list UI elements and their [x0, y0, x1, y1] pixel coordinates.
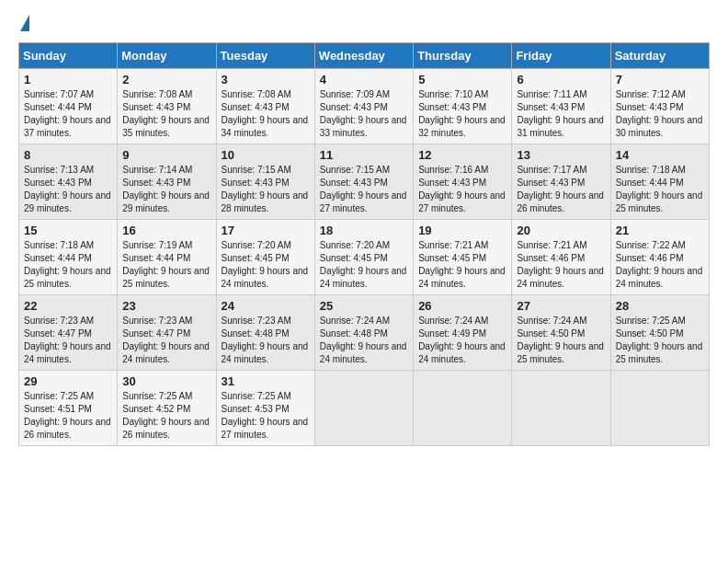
cell-sunrise: Sunrise: 7:14 AMSunset: 4:43 PMDaylight:…: [122, 165, 210, 213]
cell-sunrise: Sunrise: 7:08 AMSunset: 4:43 PMDaylight:…: [222, 89, 309, 138]
day-number: 28: [616, 299, 704, 313]
day-number: 3: [222, 73, 310, 86]
day-number: 17: [222, 224, 310, 237]
calendar-cell: 12Sunrise: 7:16 AMSunset: 4:43 PMDayligh…: [414, 144, 512, 220]
day-number: 20: [517, 224, 605, 237]
day-number: 29: [24, 374, 112, 388]
calendar-cell: 4Sunrise: 7:09 AMSunset: 4:43 PMDaylight…: [314, 69, 413, 144]
calendar-cell: 15Sunrise: 7:18 AMSunset: 4:44 PMDayligh…: [19, 220, 118, 295]
calendar-cell: 16Sunrise: 7:19 AMSunset: 4:44 PMDayligh…: [118, 220, 216, 295]
day-number: 27: [517, 299, 605, 313]
cell-sunrise: Sunrise: 7:25 AMSunset: 4:51 PMDaylight:…: [24, 391, 111, 440]
cell-sunrise: Sunrise: 7:21 AMSunset: 4:45 PMDaylight:…: [418, 240, 506, 289]
calendar-week-row: 15Sunrise: 7:18 AMSunset: 4:44 PMDayligh…: [19, 220, 710, 295]
cell-sunrise: Sunrise: 7:21 AMSunset: 4:46 PMDaylight:…: [517, 240, 604, 289]
calendar-body: 1Sunrise: 7:07 AMSunset: 4:44 PMDaylight…: [19, 69, 710, 446]
weekday-header: Sunday: [19, 43, 118, 69]
cell-sunrise: Sunrise: 7:22 AMSunset: 4:46 PMDaylight:…: [616, 240, 703, 289]
cell-sunrise: Sunrise: 7:18 AMSunset: 4:44 PMDaylight:…: [24, 240, 111, 289]
cell-sunrise: Sunrise: 7:25 AMSunset: 4:53 PMDaylight:…: [222, 391, 309, 440]
day-number: 4: [320, 73, 408, 86]
weekday-header: Saturday: [610, 43, 709, 69]
cell-sunrise: Sunrise: 7:20 AMSunset: 4:45 PMDaylight:…: [320, 240, 407, 289]
weekday-header: Friday: [512, 43, 610, 69]
calendar-cell: 14Sunrise: 7:18 AMSunset: 4:44 PMDayligh…: [610, 144, 709, 220]
page-container: SundayMondayTuesdayWednesdayThursdayFrid…: [0, 0, 728, 455]
cell-sunrise: Sunrise: 7:10 AMSunset: 4:43 PMDaylight:…: [418, 89, 506, 138]
day-number: 1: [24, 73, 112, 86]
weekday-header: Monday: [118, 43, 216, 69]
cell-sunrise: Sunrise: 7:11 AMSunset: 4:43 PMDaylight:…: [517, 89, 604, 138]
calendar-cell: 20Sunrise: 7:21 AMSunset: 4:46 PMDayligh…: [512, 220, 610, 295]
cell-sunrise: Sunrise: 7:25 AMSunset: 4:52 PMDaylight:…: [122, 391, 210, 440]
calendar-cell: 30Sunrise: 7:25 AMSunset: 4:52 PMDayligh…: [118, 371, 216, 446]
day-number: 8: [24, 148, 112, 162]
calendar-cell: 2Sunrise: 7:08 AMSunset: 4:43 PMDaylight…: [118, 69, 216, 144]
day-number: 7: [616, 73, 704, 86]
calendar-cell: 22Sunrise: 7:23 AMSunset: 4:47 PMDayligh…: [19, 295, 118, 371]
day-number: 12: [418, 148, 506, 162]
calendar-cell: 9Sunrise: 7:14 AMSunset: 4:43 PMDaylight…: [118, 144, 216, 220]
calendar-week-row: 22Sunrise: 7:23 AMSunset: 4:47 PMDayligh…: [19, 295, 710, 371]
calendar-cell: [512, 371, 610, 446]
header: [18, 15, 710, 33]
day-number: 24: [222, 299, 310, 313]
day-number: 11: [320, 148, 408, 162]
day-number: 9: [122, 148, 210, 162]
day-number: 15: [24, 224, 112, 237]
cell-sunrise: Sunrise: 7:12 AMSunset: 4:43 PMDaylight:…: [616, 89, 703, 138]
logo-triangle-icon: [20, 15, 29, 31]
weekday-header: Tuesday: [216, 43, 314, 69]
calendar-cell: [610, 371, 709, 446]
cell-sunrise: Sunrise: 7:07 AMSunset: 4:44 PMDaylight:…: [24, 89, 111, 138]
day-number: 22: [24, 299, 112, 313]
calendar-cell: 25Sunrise: 7:24 AMSunset: 4:48 PMDayligh…: [314, 295, 413, 371]
calendar-cell: 24Sunrise: 7:23 AMSunset: 4:48 PMDayligh…: [216, 295, 314, 371]
day-number: 14: [616, 148, 704, 162]
calendar-cell: 23Sunrise: 7:23 AMSunset: 4:47 PMDayligh…: [118, 295, 216, 371]
day-number: 25: [320, 299, 408, 313]
day-number: 23: [122, 299, 210, 313]
calendar-cell: 13Sunrise: 7:17 AMSunset: 4:43 PMDayligh…: [512, 144, 610, 220]
cell-sunrise: Sunrise: 7:24 AMSunset: 4:49 PMDaylight:…: [418, 316, 506, 364]
calendar-cell: 11Sunrise: 7:15 AMSunset: 4:43 PMDayligh…: [314, 144, 413, 220]
cell-sunrise: Sunrise: 7:19 AMSunset: 4:44 PMDaylight:…: [122, 240, 210, 289]
cell-sunrise: Sunrise: 7:08 AMSunset: 4:43 PMDaylight:…: [122, 89, 210, 138]
day-number: 16: [122, 224, 210, 237]
day-number: 19: [418, 224, 506, 237]
calendar-cell: [314, 371, 413, 446]
calendar-cell: 31Sunrise: 7:25 AMSunset: 4:53 PMDayligh…: [216, 371, 314, 446]
calendar-cell: 5Sunrise: 7:10 AMSunset: 4:43 PMDaylight…: [414, 69, 512, 144]
calendar-cell: 18Sunrise: 7:20 AMSunset: 4:45 PMDayligh…: [314, 220, 413, 295]
cell-sunrise: Sunrise: 7:20 AMSunset: 4:45 PMDaylight:…: [222, 240, 309, 289]
cell-sunrise: Sunrise: 7:15 AMSunset: 4:43 PMDaylight:…: [320, 165, 407, 213]
day-number: 21: [616, 224, 704, 237]
calendar-cell: 28Sunrise: 7:25 AMSunset: 4:50 PMDayligh…: [610, 295, 709, 371]
calendar-table: SundayMondayTuesdayWednesdayThursdayFrid…: [18, 42, 710, 446]
calendar-cell: 8Sunrise: 7:13 AMSunset: 4:43 PMDaylight…: [19, 144, 118, 220]
day-number: 2: [122, 73, 210, 86]
calendar-header-row: SundayMondayTuesdayWednesdayThursdayFrid…: [19, 43, 710, 69]
calendar-week-row: 29Sunrise: 7:25 AMSunset: 4:51 PMDayligh…: [19, 371, 710, 446]
calendar-cell: 21Sunrise: 7:22 AMSunset: 4:46 PMDayligh…: [610, 220, 709, 295]
cell-sunrise: Sunrise: 7:15 AMSunset: 4:43 PMDaylight:…: [222, 165, 309, 213]
calendar-cell: 10Sunrise: 7:15 AMSunset: 4:43 PMDayligh…: [216, 144, 314, 220]
cell-sunrise: Sunrise: 7:23 AMSunset: 4:48 PMDaylight:…: [222, 316, 309, 364]
cell-sunrise: Sunrise: 7:25 AMSunset: 4:50 PMDaylight:…: [616, 316, 703, 364]
calendar-cell: 26Sunrise: 7:24 AMSunset: 4:49 PMDayligh…: [414, 295, 512, 371]
calendar-cell: 6Sunrise: 7:11 AMSunset: 4:43 PMDaylight…: [512, 69, 610, 144]
day-number: 13: [517, 148, 605, 162]
calendar-cell: 29Sunrise: 7:25 AMSunset: 4:51 PMDayligh…: [19, 371, 118, 446]
calendar-week-row: 1Sunrise: 7:07 AMSunset: 4:44 PMDaylight…: [19, 69, 710, 144]
day-number: 5: [418, 73, 506, 86]
day-number: 30: [122, 374, 210, 388]
weekday-header: Thursday: [414, 43, 512, 69]
day-number: 26: [418, 299, 506, 313]
cell-sunrise: Sunrise: 7:18 AMSunset: 4:44 PMDaylight:…: [616, 165, 703, 213]
cell-sunrise: Sunrise: 7:13 AMSunset: 4:43 PMDaylight:…: [24, 165, 111, 213]
cell-sunrise: Sunrise: 7:17 AMSunset: 4:43 PMDaylight:…: [517, 165, 604, 213]
cell-sunrise: Sunrise: 7:23 AMSunset: 4:47 PMDaylight:…: [122, 316, 210, 364]
day-number: 10: [222, 148, 310, 162]
cell-sunrise: Sunrise: 7:24 AMSunset: 4:48 PMDaylight:…: [320, 316, 407, 364]
calendar-cell: 19Sunrise: 7:21 AMSunset: 4:45 PMDayligh…: [414, 220, 512, 295]
